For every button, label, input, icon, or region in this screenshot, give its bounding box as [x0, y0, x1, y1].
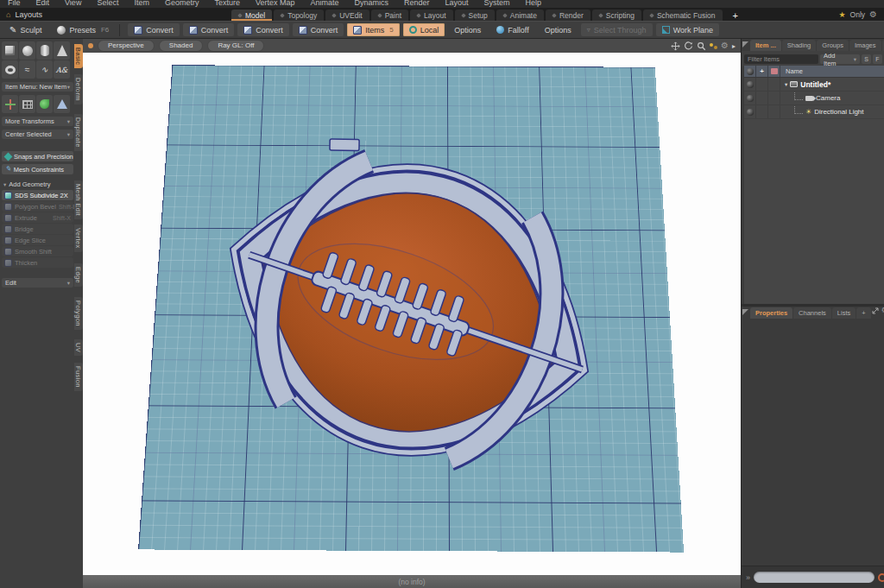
menu-item-texture[interactable]: Texture [206, 0, 248, 8]
rotate-view-icon[interactable] [684, 41, 693, 51]
menu-item-geometry[interactable]: Geometry [157, 0, 207, 8]
convert-button-1[interactable]: Convert [128, 23, 180, 36]
more-transforms-dropdown[interactable]: More Transforms▾ [2, 117, 73, 126]
tool-bridge[interactable]: Bridge [2, 224, 73, 234]
command-history-icon[interactable] [878, 573, 884, 582]
helix-tool-button[interactable]: ≈ [19, 60, 35, 79]
text-tool-button[interactable]: A& [54, 60, 70, 79]
vtab-polygon[interactable]: Polygon [74, 297, 83, 330]
cone-primitive-button[interactable] [54, 41, 70, 60]
tab-topology[interactable]: Topology [274, 9, 324, 21]
snaps-and-precision-button[interactable]: Snaps and Precision [2, 151, 73, 161]
lock-column-header[interactable]: + [756, 66, 768, 77]
tab-scripting[interactable]: Scripting [592, 9, 641, 21]
panel-expand-icon[interactable] [872, 302, 879, 318]
items-mode-button[interactable]: Items5 [347, 23, 399, 36]
tool-thicken[interactable]: Thicken [2, 257, 73, 268]
keys-icon[interactable] [710, 43, 717, 49]
menu-item-layout[interactable]: Layout [438, 0, 477, 8]
vtab-fusion[interactable]: Fusion [74, 363, 83, 391]
menu-item-item[interactable]: Item [126, 0, 157, 8]
pan-icon[interactable] [671, 41, 680, 51]
sculpt-button[interactable]: ✎ Sculpt [3, 23, 47, 36]
visibility-column-header[interactable] [744, 66, 756, 77]
ray-gl-dropdown[interactable]: Ray GL: Off [207, 40, 264, 52]
convert-button-4[interactable]: Convert [293, 23, 344, 36]
layouts-label[interactable]: Layouts [15, 10, 42, 19]
add-geometry-section-header[interactable]: ▾ Add Geometry [3, 180, 73, 188]
vtab-mesh-edit[interactable]: Mesh Edit [74, 180, 83, 219]
menu-item-view[interactable]: View [57, 0, 89, 8]
item-row-directional-light[interactable]: ☀ Directional Light [744, 105, 884, 119]
expand-caret-icon[interactable]: ▾ [785, 81, 787, 88]
menu-item-select[interactable]: Select [89, 0, 126, 8]
item-row-mesh[interactable]: ▾ Untitled* [744, 78, 884, 92]
render-cell[interactable] [768, 105, 780, 118]
scopes-button[interactable]: S [862, 54, 871, 64]
tab-groups[interactable]: Groups [817, 40, 849, 51]
panel-gear-icon[interactable]: ⚙ [881, 306, 884, 314]
visibility-cell[interactable] [744, 78, 756, 91]
favorites-star-icon[interactable]: ★ [838, 10, 845, 19]
visibility-cell[interactable] [744, 92, 756, 104]
tab-paint[interactable]: Paint [371, 9, 408, 21]
mesh-paint-button[interactable] [36, 95, 53, 113]
vtab-vertex[interactable]: Vertex [74, 224, 83, 252]
vtab-deform[interactable]: Deform [74, 74, 83, 104]
tab-animate[interactable]: Animate [496, 9, 544, 21]
work-plane-button[interactable]: Work Plane [656, 23, 719, 36]
tab-layout[interactable]: Layout [410, 9, 453, 21]
filter-items-input[interactable]: Filter Items [744, 54, 818, 64]
tab-shading[interactable]: Shading [782, 40, 817, 51]
add-workspace-tab-button[interactable]: + [724, 9, 747, 21]
tab-lists[interactable]: Lists [832, 307, 856, 319]
action-center-local-button[interactable]: Local [403, 23, 445, 36]
zoom-icon[interactable] [697, 41, 706, 51]
menu-item-render[interactable]: Render [396, 0, 438, 8]
vtab-edge[interactable]: Edge [74, 263, 83, 287]
viewport-expand-icon[interactable]: ▸ [732, 42, 736, 50]
tab-channels[interactable]: Channels [793, 307, 831, 319]
panel-corner-handle[interactable] [742, 309, 748, 315]
visibility-cell[interactable] [744, 105, 756, 118]
viewport-canvas[interactable] [83, 53, 741, 575]
tab-render[interactable]: Render [546, 9, 590, 21]
item-menu-dropdown[interactable]: Item Menu: New Item▾ [2, 82, 73, 92]
tab-model[interactable]: Model [231, 9, 272, 21]
vtab-duplicate[interactable]: Duplicate [74, 114, 83, 151]
select-through-button[interactable]: ▿ Select Through [581, 23, 653, 36]
tab-images[interactable]: Images [849, 40, 881, 51]
tool-edge-slice[interactable]: Edge Slice [2, 235, 73, 245]
cube-primitive-button[interactable] [2, 41, 18, 60]
item-row-camera[interactable]: Camera [744, 92, 884, 105]
falloff-options-button[interactable]: Options [539, 23, 578, 36]
shading-mode-dropdown[interactable]: Shaded [159, 40, 204, 52]
tool-smooth-shift[interactable]: Smooth Shift [2, 246, 73, 256]
gear-icon[interactable]: ⚙ [869, 10, 877, 19]
render-cell[interactable] [768, 92, 780, 104]
tab-properties[interactable]: Properties [750, 307, 792, 319]
convert-button-3[interactable]: Convert [237, 23, 289, 36]
vtab-basic[interactable]: Basic [74, 44, 83, 68]
view-mode-dropdown[interactable]: Perspective [98, 40, 155, 52]
torus-primitive-button[interactable] [2, 60, 18, 79]
menu-item-edit[interactable]: Edit [28, 0, 58, 8]
menu-item-system[interactable]: System [477, 0, 518, 8]
sphere-primitive-button[interactable] [19, 41, 35, 60]
render-cell[interactable] [768, 78, 780, 91]
command-input[interactable] [754, 572, 875, 583]
menu-item-file[interactable]: File [0, 0, 28, 8]
menu-item-animate[interactable]: Animate [302, 0, 346, 8]
panel-corner-handle[interactable] [742, 41, 748, 47]
lock-cell[interactable] [756, 78, 768, 91]
vtab-uv[interactable]: UV [74, 339, 83, 356]
edit-dropdown[interactable]: Edit▾ [2, 278, 73, 288]
center-selected-dropdown[interactable]: Center Selected▾ [2, 130, 73, 139]
menu-item-help[interactable]: Help [518, 0, 550, 8]
tab-item-list[interactable]: Item ... [750, 40, 781, 51]
only-label[interactable]: Only [850, 10, 865, 19]
lock-cell[interactable] [756, 92, 768, 104]
add-item-dropdown[interactable]: Add Item ▾ [820, 54, 860, 64]
menu-item-dynamics[interactable]: Dynamics [347, 0, 397, 8]
tab-uvedit[interactable]: UVEdit [325, 9, 369, 21]
